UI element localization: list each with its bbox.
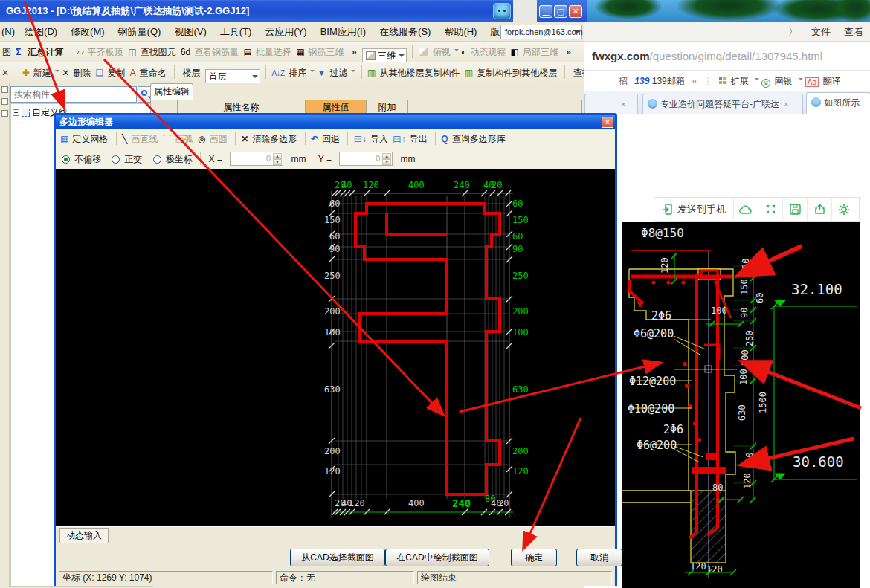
menu-item[interactable]: 视图(V)	[167, 22, 213, 42]
bookmark-139mail[interactable]: 139邮箱	[652, 76, 685, 86]
settings-button[interactable]	[832, 198, 856, 221]
delete-button[interactable]: 删除	[73, 62, 91, 83]
address-bar[interactable]: fwxgx.com/question/gimq/detail/1307945.h…	[584, 42, 870, 71]
tab-property-edit[interactable]: 属性编辑	[150, 83, 193, 100]
new-button[interactable]: 新建	[33, 62, 51, 83]
mascot-icon[interactable]	[493, 3, 511, 19]
cloud-button[interactable]	[734, 198, 758, 221]
menu-chevron[interactable]: 〉	[788, 26, 798, 37]
draw-arc-button[interactable]: 画弧	[175, 129, 193, 149]
draw-in-cad-button[interactable]: 在CAD中绘制截面图	[385, 549, 489, 566]
define-grid-button[interactable]: 定义网格	[72, 129, 108, 149]
bookmark-partial[interactable]: 招	[619, 76, 628, 86]
module-icon[interactable]	[1, 110, 8, 117]
send-to-phone-button[interactable]: 发送到手机	[654, 198, 733, 221]
module-icon[interactable]	[1, 86, 8, 93]
menu-item[interactable]: BIM应用(I)	[314, 22, 373, 42]
x-up-arrow[interactable]: ▲	[273, 153, 282, 159]
view-rebar-button[interactable]: 查看钢筋量	[194, 42, 239, 62]
radio-ortho[interactable]	[112, 155, 120, 164]
ok-button[interactable]: 确定	[511, 549, 557, 566]
view-3d-combo[interactable]: 三维	[362, 48, 407, 62]
dialog-title-bar[interactable]: 多边形编辑器	[56, 115, 615, 129]
cancel-button[interactable]: 取消	[576, 549, 622, 566]
menu-item[interactable]: 帮助(H)	[437, 22, 483, 42]
clear-polygon-button[interactable]: 清除多边形	[252, 129, 297, 149]
radio-polar[interactable]	[153, 155, 161, 164]
menu-item-partial[interactable]: (N)	[0, 22, 18, 42]
prop-col-extra[interactable]: 附加	[367, 100, 408, 114]
tab-3-active[interactable]: 如图所示	[806, 92, 870, 114]
undo-button[interactable]: 回退	[322, 129, 340, 149]
tab-close-icon[interactable]: ×	[621, 100, 625, 109]
dialog-close-button[interactable]: ×	[602, 117, 613, 128]
summarize-button[interactable]: 汇总计算	[28, 42, 63, 62]
menu-item[interactable]: 云应用(Y)	[258, 22, 313, 42]
prop-col-value[interactable]: 属性值	[306, 100, 367, 114]
module-icon[interactable]	[1, 98, 8, 105]
y-up-arrow[interactable]: ▲	[382, 153, 391, 159]
prop-col-name[interactable]: 属性名称	[178, 100, 306, 114]
copy-button[interactable]: 复制	[107, 62, 125, 83]
y-input[interactable]: 0▲▼	[339, 152, 393, 166]
fullscreen-button[interactable]	[758, 198, 782, 221]
menu-item[interactable]: 绘图(D)	[18, 22, 64, 42]
tree-collapse-icon[interactable]	[13, 109, 19, 116]
batch-select-button[interactable]: 批量选择	[256, 42, 291, 62]
minimize-button[interactable]: ▁	[539, 5, 552, 18]
align-slab-button[interactable]: 平齐板顶	[88, 42, 123, 62]
dynamic-input-tab[interactable]: 动态输入	[59, 528, 109, 543]
extensions-button[interactable]: 扩展	[731, 76, 749, 86]
copy-from-floor-button[interactable]: 从其他楼层复制构件	[379, 62, 460, 83]
bookmarks-more-chevron[interactable]: »	[692, 76, 697, 86]
panel-close-icon[interactable]: ✕	[1, 62, 9, 83]
translate-button[interactable]: 翻译	[822, 76, 840, 86]
browser-menu-view[interactable]: 查看	[844, 26, 863, 37]
new-icon: ✚	[22, 62, 30, 83]
tab-1-partial[interactable]: ×	[584, 94, 638, 114]
filter-button[interactable]: 过滤	[329, 62, 347, 83]
radio-ortho-label[interactable]: 正交	[124, 149, 142, 169]
search-input[interactable]	[10, 86, 137, 103]
draw-circle-button[interactable]: 画圆	[209, 129, 227, 149]
local-3d-button[interactable]: 局部三维	[523, 42, 558, 62]
save-button[interactable]	[783, 198, 807, 221]
browser-menu-file[interactable]: 文件	[811, 26, 831, 37]
y-down-arrow[interactable]: ▼	[382, 159, 391, 165]
x-down-arrow[interactable]: ▼	[273, 159, 282, 165]
menu-item[interactable]: 钢筋量(Q)	[112, 22, 168, 42]
maximize-button[interactable]: ▢	[554, 5, 567, 18]
menu-item[interactable]: 在线服务(S)	[373, 22, 437, 42]
close-button[interactable]: ✕	[569, 5, 582, 18]
tab-2[interactable]: 专业造价问题答疑平台-广联达×	[642, 94, 803, 114]
x-input[interactable]: 0▲▼	[230, 152, 283, 166]
detail-drawing-image[interactable]	[622, 222, 860, 588]
radio-no-offset[interactable]	[62, 155, 70, 164]
export-button[interactable]: 导出	[410, 129, 428, 149]
topview-button[interactable]: 俯视	[433, 42, 451, 62]
sort-button[interactable]: 排序	[289, 62, 306, 83]
import-button[interactable]: 导入	[370, 129, 388, 149]
find-element-button[interactable]: 查找图元	[141, 42, 176, 62]
polygon-canvas[interactable]	[56, 169, 615, 526]
toolbar-overflow-chevron[interactable]: »	[352, 47, 357, 57]
account-dropdown[interactable]: forpk.chen@163.com	[500, 25, 582, 39]
menu-item[interactable]: 修改(M)	[64, 22, 112, 42]
radio-polar-label[interactable]: 极坐标	[166, 149, 193, 169]
floor-combo[interactable]: 首层	[205, 69, 260, 83]
draw-line-button[interactable]: 画直线	[131, 129, 158, 149]
orbit-button[interactable]: 动态观察	[470, 42, 506, 62]
select-from-cad-button[interactable]: 从CAD选择截面图	[290, 549, 385, 566]
rename-button[interactable]: 重命名	[140, 62, 167, 83]
import-icon: ▤↓	[354, 129, 367, 149]
menu-item[interactable]: 工具(T)	[213, 22, 259, 42]
rebar-3d-button[interactable]: 钢筋三维	[309, 42, 344, 62]
share-button[interactable]	[808, 198, 831, 221]
tab-close-icon[interactable]: ×	[784, 100, 788, 109]
ggj-title-bar[interactable]: GGJ2013 - [D:\预结算及抽筋\广联达抽筋\测试-2.GGJ12]	[0, 0, 513, 22]
query-library-button[interactable]: 查询多边形库	[452, 129, 506, 149]
bank-button[interactable]: 网银	[775, 76, 793, 86]
toolbar-overflow-chevron2[interactable]: »	[566, 47, 571, 57]
copy-to-floor-button[interactable]: 复制构件到其他楼层	[477, 62, 557, 83]
radio-no-offset-label[interactable]: 不偏移	[74, 149, 101, 169]
